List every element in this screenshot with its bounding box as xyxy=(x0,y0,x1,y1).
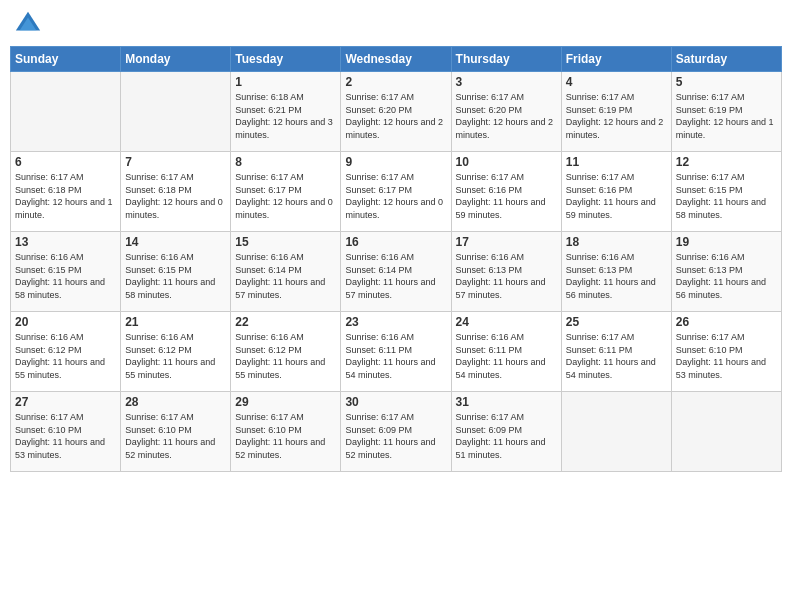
calendar-cell: 17Sunrise: 6:16 AM Sunset: 6:13 PM Dayli… xyxy=(451,232,561,312)
day-info: Sunrise: 6:16 AM Sunset: 6:14 PM Dayligh… xyxy=(235,251,336,301)
calendar-cell: 20Sunrise: 6:16 AM Sunset: 6:12 PM Dayli… xyxy=(11,312,121,392)
calendar-cell: 18Sunrise: 6:16 AM Sunset: 6:13 PM Dayli… xyxy=(561,232,671,312)
calendar-cell: 23Sunrise: 6:16 AM Sunset: 6:11 PM Dayli… xyxy=(341,312,451,392)
logo-icon xyxy=(14,10,42,38)
day-info: Sunrise: 6:17 AM Sunset: 6:10 PM Dayligh… xyxy=(125,411,226,461)
day-number: 4 xyxy=(566,75,667,89)
calendar-cell: 3Sunrise: 6:17 AM Sunset: 6:20 PM Daylig… xyxy=(451,72,561,152)
calendar-week-5: 27Sunrise: 6:17 AM Sunset: 6:10 PM Dayli… xyxy=(11,392,782,472)
day-info: Sunrise: 6:16 AM Sunset: 6:13 PM Dayligh… xyxy=(566,251,667,301)
calendar-cell: 1Sunrise: 6:18 AM Sunset: 6:21 PM Daylig… xyxy=(231,72,341,152)
calendar-cell xyxy=(561,392,671,472)
day-info: Sunrise: 6:16 AM Sunset: 6:14 PM Dayligh… xyxy=(345,251,446,301)
day-info: Sunrise: 6:17 AM Sunset: 6:10 PM Dayligh… xyxy=(676,331,777,381)
day-info: Sunrise: 6:17 AM Sunset: 6:18 PM Dayligh… xyxy=(15,171,116,221)
day-number: 13 xyxy=(15,235,116,249)
col-header-monday: Monday xyxy=(121,47,231,72)
calendar-week-1: 1Sunrise: 6:18 AM Sunset: 6:21 PM Daylig… xyxy=(11,72,782,152)
day-info: Sunrise: 6:16 AM Sunset: 6:15 PM Dayligh… xyxy=(15,251,116,301)
day-number: 16 xyxy=(345,235,446,249)
day-info: Sunrise: 6:16 AM Sunset: 6:12 PM Dayligh… xyxy=(15,331,116,381)
day-info: Sunrise: 6:17 AM Sunset: 6:17 PM Dayligh… xyxy=(345,171,446,221)
day-number: 26 xyxy=(676,315,777,329)
day-number: 9 xyxy=(345,155,446,169)
day-number: 28 xyxy=(125,395,226,409)
calendar-cell: 26Sunrise: 6:17 AM Sunset: 6:10 PM Dayli… xyxy=(671,312,781,392)
calendar-week-2: 6Sunrise: 6:17 AM Sunset: 6:18 PM Daylig… xyxy=(11,152,782,232)
day-info: Sunrise: 6:16 AM Sunset: 6:12 PM Dayligh… xyxy=(235,331,336,381)
day-info: Sunrise: 6:16 AM Sunset: 6:15 PM Dayligh… xyxy=(125,251,226,301)
calendar-cell: 15Sunrise: 6:16 AM Sunset: 6:14 PM Dayli… xyxy=(231,232,341,312)
calendar-cell: 27Sunrise: 6:17 AM Sunset: 6:10 PM Dayli… xyxy=(11,392,121,472)
day-info: Sunrise: 6:17 AM Sunset: 6:10 PM Dayligh… xyxy=(15,411,116,461)
day-number: 24 xyxy=(456,315,557,329)
day-info: Sunrise: 6:17 AM Sunset: 6:09 PM Dayligh… xyxy=(345,411,446,461)
day-number: 5 xyxy=(676,75,777,89)
day-number: 27 xyxy=(15,395,116,409)
day-number: 11 xyxy=(566,155,667,169)
calendar-cell: 16Sunrise: 6:16 AM Sunset: 6:14 PM Dayli… xyxy=(341,232,451,312)
day-info: Sunrise: 6:17 AM Sunset: 6:15 PM Dayligh… xyxy=(676,171,777,221)
day-number: 12 xyxy=(676,155,777,169)
col-header-friday: Friday xyxy=(561,47,671,72)
day-number: 3 xyxy=(456,75,557,89)
day-number: 2 xyxy=(345,75,446,89)
day-info: Sunrise: 6:17 AM Sunset: 6:09 PM Dayligh… xyxy=(456,411,557,461)
calendar-cell: 22Sunrise: 6:16 AM Sunset: 6:12 PM Dayli… xyxy=(231,312,341,392)
day-info: Sunrise: 6:16 AM Sunset: 6:13 PM Dayligh… xyxy=(676,251,777,301)
day-info: Sunrise: 6:17 AM Sunset: 6:16 PM Dayligh… xyxy=(566,171,667,221)
calendar-week-3: 13Sunrise: 6:16 AM Sunset: 6:15 PM Dayli… xyxy=(11,232,782,312)
calendar-cell: 8Sunrise: 6:17 AM Sunset: 6:17 PM Daylig… xyxy=(231,152,341,232)
calendar-cell: 4Sunrise: 6:17 AM Sunset: 6:19 PM Daylig… xyxy=(561,72,671,152)
day-number: 21 xyxy=(125,315,226,329)
calendar-week-4: 20Sunrise: 6:16 AM Sunset: 6:12 PM Dayli… xyxy=(11,312,782,392)
calendar-cell xyxy=(121,72,231,152)
logo xyxy=(14,10,46,38)
day-number: 25 xyxy=(566,315,667,329)
calendar-cell: 13Sunrise: 6:16 AM Sunset: 6:15 PM Dayli… xyxy=(11,232,121,312)
calendar-cell xyxy=(11,72,121,152)
day-info: Sunrise: 6:17 AM Sunset: 6:10 PM Dayligh… xyxy=(235,411,336,461)
day-number: 17 xyxy=(456,235,557,249)
day-number: 30 xyxy=(345,395,446,409)
col-header-saturday: Saturday xyxy=(671,47,781,72)
calendar-cell: 2Sunrise: 6:17 AM Sunset: 6:20 PM Daylig… xyxy=(341,72,451,152)
calendar-cell: 29Sunrise: 6:17 AM Sunset: 6:10 PM Dayli… xyxy=(231,392,341,472)
page: SundayMondayTuesdayWednesdayThursdayFrid… xyxy=(0,0,792,612)
day-info: Sunrise: 6:16 AM Sunset: 6:11 PM Dayligh… xyxy=(345,331,446,381)
calendar-cell: 12Sunrise: 6:17 AM Sunset: 6:15 PM Dayli… xyxy=(671,152,781,232)
day-number: 8 xyxy=(235,155,336,169)
calendar-cell: 28Sunrise: 6:17 AM Sunset: 6:10 PM Dayli… xyxy=(121,392,231,472)
day-info: Sunrise: 6:17 AM Sunset: 6:18 PM Dayligh… xyxy=(125,171,226,221)
calendar-cell: 25Sunrise: 6:17 AM Sunset: 6:11 PM Dayli… xyxy=(561,312,671,392)
calendar-cell: 6Sunrise: 6:17 AM Sunset: 6:18 PM Daylig… xyxy=(11,152,121,232)
calendar-cell: 19Sunrise: 6:16 AM Sunset: 6:13 PM Dayli… xyxy=(671,232,781,312)
calendar-cell: 9Sunrise: 6:17 AM Sunset: 6:17 PM Daylig… xyxy=(341,152,451,232)
calendar-cell: 30Sunrise: 6:17 AM Sunset: 6:09 PM Dayli… xyxy=(341,392,451,472)
calendar-cell: 11Sunrise: 6:17 AM Sunset: 6:16 PM Dayli… xyxy=(561,152,671,232)
day-info: Sunrise: 6:17 AM Sunset: 6:20 PM Dayligh… xyxy=(345,91,446,141)
calendar-cell: 31Sunrise: 6:17 AM Sunset: 6:09 PM Dayli… xyxy=(451,392,561,472)
day-info: Sunrise: 6:16 AM Sunset: 6:12 PM Dayligh… xyxy=(125,331,226,381)
calendar-table: SundayMondayTuesdayWednesdayThursdayFrid… xyxy=(10,46,782,472)
day-info: Sunrise: 6:17 AM Sunset: 6:11 PM Dayligh… xyxy=(566,331,667,381)
day-info: Sunrise: 6:17 AM Sunset: 6:17 PM Dayligh… xyxy=(235,171,336,221)
day-number: 6 xyxy=(15,155,116,169)
day-number: 20 xyxy=(15,315,116,329)
day-number: 7 xyxy=(125,155,226,169)
col-header-sunday: Sunday xyxy=(11,47,121,72)
col-header-thursday: Thursday xyxy=(451,47,561,72)
day-info: Sunrise: 6:17 AM Sunset: 6:19 PM Dayligh… xyxy=(676,91,777,141)
day-number: 19 xyxy=(676,235,777,249)
day-info: Sunrise: 6:16 AM Sunset: 6:11 PM Dayligh… xyxy=(456,331,557,381)
day-number: 14 xyxy=(125,235,226,249)
day-number: 10 xyxy=(456,155,557,169)
col-header-tuesday: Tuesday xyxy=(231,47,341,72)
day-number: 29 xyxy=(235,395,336,409)
day-number: 31 xyxy=(456,395,557,409)
calendar-cell: 5Sunrise: 6:17 AM Sunset: 6:19 PM Daylig… xyxy=(671,72,781,152)
calendar-header-row: SundayMondayTuesdayWednesdayThursdayFrid… xyxy=(11,47,782,72)
day-number: 18 xyxy=(566,235,667,249)
calendar-cell xyxy=(671,392,781,472)
day-info: Sunrise: 6:17 AM Sunset: 6:16 PM Dayligh… xyxy=(456,171,557,221)
